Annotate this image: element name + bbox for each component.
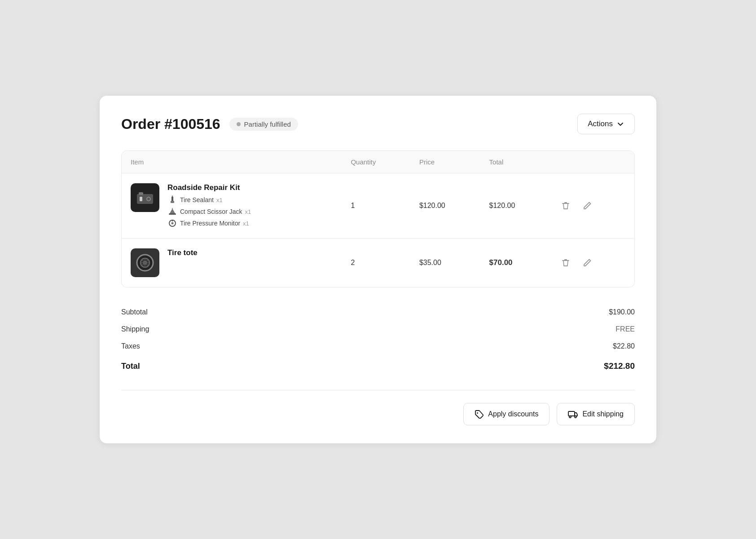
summary-total: Total $212.80	[121, 355, 635, 376]
qty-cell-1: 1	[342, 173, 410, 239]
svg-point-21	[477, 412, 478, 414]
pencil-icon	[582, 201, 592, 211]
monitor-icon	[167, 218, 177, 228]
taxes-value: $22.80	[613, 342, 635, 350]
col-quantity: Quantity	[342, 151, 410, 173]
jack-name: Compact Scissor Jack	[180, 208, 242, 215]
shipping-value: FREE	[615, 325, 635, 333]
footer-actions: Apply discounts Edit shipping	[121, 390, 635, 425]
order-title: Order #100516	[121, 116, 220, 133]
sub-item-sealant: Tire Sealant x1	[167, 195, 251, 205]
subtotal-label: Subtotal	[121, 308, 148, 316]
item-name-1: Roadside Repair Kit	[167, 183, 251, 192]
summary-shipping: Shipping FREE	[121, 321, 635, 338]
row-actions-2	[550, 239, 634, 287]
jack-icon	[167, 207, 177, 216]
repair-kit-icon	[135, 188, 155, 208]
total-value: $212.80	[604, 361, 635, 371]
subtotal-value: $190.00	[609, 308, 635, 316]
sub-item-jack: Compact Scissor Jack x1	[167, 207, 251, 216]
status-dot-icon	[237, 122, 241, 126]
svg-point-12	[171, 222, 174, 225]
svg-point-4	[147, 198, 150, 200]
status-badge: Partially fulfilled	[229, 118, 298, 131]
sub-items-1: Tire Sealant x1	[167, 195, 251, 228]
tire-icon	[135, 253, 155, 273]
apply-discounts-button[interactable]: Apply discounts	[463, 403, 549, 425]
item-cell-inner-1: Roadside Repair Kit	[131, 183, 333, 228]
svg-point-24	[575, 416, 576, 418]
svg-rect-13	[172, 220, 173, 221]
sealant-icon	[167, 195, 177, 205]
trash-icon	[561, 201, 571, 211]
svg-rect-7	[172, 195, 173, 197]
tag-icon	[475, 410, 483, 419]
apply-discounts-label: Apply discounts	[488, 410, 538, 418]
svg-rect-8	[169, 213, 176, 215]
trash-icon	[561, 258, 571, 268]
jack-svg	[168, 207, 177, 216]
edit-shipping-label: Edit shipping	[582, 410, 624, 418]
table-row: Tire tote 2 $35.00 $70.00	[122, 239, 634, 287]
svg-rect-2	[140, 197, 142, 201]
edit-shipping-button[interactable]: Edit shipping	[557, 403, 635, 425]
delete-button-1[interactable]	[559, 199, 572, 212]
actions-button[interactable]: Actions	[577, 114, 635, 134]
total-label: Total	[121, 362, 140, 371]
summary-section: Subtotal $190.00 Shipping FREE Taxes $22…	[121, 291, 635, 376]
order-card: Order #100516 Partially fulfilled Action…	[100, 96, 656, 443]
item-name-2: Tire tote	[167, 248, 198, 257]
table-head: Item Quantity Price Total	[122, 151, 634, 173]
actions-label: Actions	[588, 119, 613, 128]
sealant-svg	[168, 195, 177, 204]
svg-rect-10	[172, 208, 173, 210]
svg-rect-1	[139, 192, 143, 195]
col-price: Price	[410, 151, 480, 173]
chevron-down-icon	[616, 120, 624, 128]
sealant-qty: x1	[216, 197, 223, 203]
sub-item-monitor: Tire Pressure Monitor x1	[167, 218, 251, 228]
price-cell-2: $35.00	[410, 239, 480, 287]
svg-point-23	[569, 416, 571, 418]
item-details-2: Tire tote	[167, 248, 198, 257]
header-left: Order #100516 Partially fulfilled	[121, 116, 298, 133]
price-cell-1: $120.00	[410, 173, 480, 239]
truck-icon	[568, 410, 578, 419]
summary-subtotal: Subtotal $190.00	[121, 304, 635, 321]
summary-taxes: Taxes $22.80	[121, 338, 635, 355]
item-image-2	[131, 248, 159, 277]
item-details-1: Roadside Repair Kit	[167, 183, 251, 228]
action-icons-1	[559, 199, 625, 212]
jack-qty: x1	[245, 208, 251, 215]
row-actions-1	[550, 173, 634, 239]
edit-button-1[interactable]	[580, 199, 594, 212]
shipping-label: Shipping	[121, 325, 149, 333]
col-item: Item	[122, 151, 342, 173]
status-label: Partially fulfilled	[244, 120, 291, 128]
monitor-svg	[168, 219, 177, 228]
svg-rect-6	[171, 201, 174, 203]
monitor-qty: x1	[243, 220, 249, 227]
order-table-wrapper: Item Quantity Price Total	[121, 150, 635, 287]
col-actions	[550, 151, 634, 173]
action-icons-2	[559, 256, 625, 270]
taxes-label: Taxes	[121, 342, 140, 350]
svg-rect-22	[568, 411, 575, 416]
table-body: Roadside Repair Kit	[122, 173, 634, 287]
item-image-1	[131, 183, 159, 212]
order-table: Item Quantity Price Total	[122, 151, 634, 287]
delete-button-2[interactable]	[559, 256, 572, 270]
qty-cell-2: 2	[342, 239, 410, 287]
page-header: Order #100516 Partially fulfilled Action…	[121, 114, 635, 134]
total-cell-1: $120.00	[480, 173, 550, 239]
item-cell-2: Tire tote	[122, 239, 342, 287]
item-cell-inner-2: Tire tote	[131, 248, 333, 277]
table-row: Roadside Repair Kit	[122, 173, 634, 239]
edit-button-2[interactable]	[580, 256, 594, 270]
col-total: Total	[480, 151, 550, 173]
monitor-name: Tire Pressure Monitor	[180, 220, 240, 227]
sealant-name: Tire Sealant	[180, 196, 214, 203]
item-cell-1: Roadside Repair Kit	[122, 173, 342, 239]
pencil-icon	[582, 258, 592, 268]
total-cell-2: $70.00	[480, 239, 550, 287]
